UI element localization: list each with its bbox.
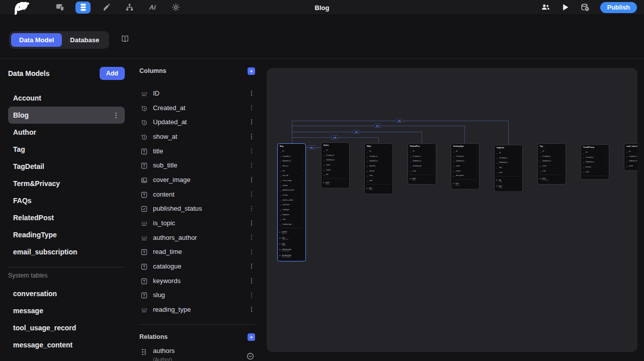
table-field-created-at: created_at <box>624 154 637 159</box>
item-menu-icon[interactable] <box>115 115 117 116</box>
column-row-reading-type[interactable]: 123reading_type <box>139 302 255 317</box>
database-status-icon[interactable] <box>578 2 593 14</box>
table-relation-ref: (Tag) <box>499 181 502 183</box>
table-card-divider <box>367 184 391 185</box>
datetime-type-icon <box>280 165 281 166</box>
workflow-icon[interactable] <box>122 2 137 14</box>
diagram-canvas[interactable]: 1:NN:11:N1:NN:1Blog123IDCreated_atUpdate… <box>267 68 637 352</box>
relation-arrow-icon <box>280 237 281 239</box>
column-menu-icon[interactable] <box>251 237 253 238</box>
column-menu-icon[interactable] <box>251 208 253 210</box>
ai-icon[interactable]: Ai <box>145 2 160 14</box>
column-row-created-at[interactable]: Created_at <box>139 101 255 115</box>
column-row-updated-at[interactable]: Updated_at <box>139 115 255 129</box>
add-column-icon[interactable]: + <box>248 67 255 75</box>
publish-button[interactable]: Publish <box>600 2 637 13</box>
sidebar-item-account[interactable]: Account <box>8 89 125 107</box>
table-field-is-topic: 123is_topic <box>278 193 305 198</box>
column-menu-icon[interactable] <box>251 107 253 109</box>
table-field-name: ID <box>542 150 544 152</box>
tab-data-model[interactable]: Data Model <box>11 33 62 47</box>
sidebar-item-author[interactable]: Author <box>8 124 125 141</box>
sidebar-item-faqs[interactable]: FAQs <box>8 192 125 209</box>
add-model-button[interactable]: Add <box>100 67 125 80</box>
system-table-message-content[interactable]: message_content <box>8 336 125 353</box>
column-menu-icon[interactable] <box>251 194 253 195</box>
column-row-sub-title[interactable]: sub_title <box>139 158 255 172</box>
table-field-name: avatar <box>326 169 331 171</box>
sidebar-item-relatedpost[interactable]: RelatedPost <box>8 209 125 226</box>
column-menu-icon[interactable] <box>251 179 253 180</box>
column-menu-icon[interactable] <box>251 150 253 152</box>
field-menu-icon <box>520 152 521 153</box>
table-card-email-subscription[interactable]: email_subscription123idcreated_atupdated… <box>624 143 637 226</box>
pages-icon[interactable] <box>52 2 67 14</box>
field-menu-icon <box>607 162 607 162</box>
column-menu-icon[interactable] <box>251 309 253 310</box>
table-field-email: email <box>624 163 637 168</box>
collaborators-icon[interactable] <box>538 2 553 14</box>
column-row-slug[interactable]: slug <box>139 288 255 303</box>
image-type-icon <box>324 169 325 170</box>
docs-book-icon[interactable] <box>121 35 129 44</box>
data-model-icon[interactable] <box>75 2 91 14</box>
system-table-conversation[interactable]: conversation <box>8 285 125 302</box>
table-field-updated-at: Updated_at <box>451 158 479 163</box>
column-row-id[interactable]: 123ID <box>139 86 255 101</box>
table-relation-post: post(Blog) <box>365 186 392 192</box>
column-menu-icon[interactable] <box>251 165 253 166</box>
sidebar-item-term-privacy[interactable]: Term&Privacy <box>8 175 125 192</box>
table-field-name: post <box>499 171 502 173</box>
sidebar-item-tag[interactable]: Tag <box>8 141 125 158</box>
sidebar-item-email-subscription[interactable]: email_subscription <box>8 243 125 260</box>
column-row-is-topic[interactable]: 123is_topic <box>139 216 255 230</box>
relation-name: authors <box>153 347 175 355</box>
add-relation-icon[interactable]: + <box>248 333 255 341</box>
system-table-tool-usage-record[interactable]: tool_usage_record <box>8 319 125 336</box>
preview-play-icon[interactable] <box>558 2 573 14</box>
column-menu-icon[interactable] <box>251 121 253 123</box>
column-menu-icon[interactable] <box>251 222 253 224</box>
column-row-keywords[interactable]: keywords <box>139 274 255 288</box>
table-relation-text: posts(Blog) <box>326 182 330 185</box>
field-menu-icon <box>347 174 348 175</box>
column-row-read-time[interactable]: read_time <box>139 245 255 259</box>
column-menu-icon[interactable] <box>251 265 253 267</box>
column-row-title[interactable]: title <box>139 144 255 158</box>
relation-row-authors[interactable]: authors(Author) <box>139 347 255 361</box>
table-field-id: 123ID <box>495 150 522 155</box>
table-field-name: related_post <box>413 165 421 167</box>
tab-database[interactable]: Database <box>62 33 107 47</box>
column-menu-icon[interactable] <box>251 136 253 137</box>
remove-relation-icon[interactable] <box>247 351 254 361</box>
table-field-name: color <box>542 170 546 172</box>
settings-gear-icon[interactable] <box>168 2 183 14</box>
table-field-name: Updated_at <box>542 160 550 162</box>
column-row-authors-author[interactable]: 123authors_author <box>139 230 255 245</box>
table-relation-text: faqs(FAQs) <box>282 243 286 246</box>
table-field-name: Created_at <box>369 155 377 157</box>
column-menu-icon[interactable] <box>251 280 253 282</box>
column-menu-icon[interactable] <box>251 295 253 296</box>
column-row-cover-image[interactable]: cover_image <box>139 172 255 187</box>
system-table-message[interactable]: message <box>8 302 125 319</box>
sidebar-item-tagdetail[interactable]: TagDetail <box>8 158 125 175</box>
column-row-published-status[interactable]: published_status <box>139 202 255 216</box>
sidebar-item-blog[interactable]: Blog <box>8 107 125 124</box>
relations-title: Relations <box>139 333 168 340</box>
column-menu-icon[interactable] <box>251 93 253 94</box>
table-relation-text: tags(TagDetail) <box>282 237 288 240</box>
sidebar-item-readingtype[interactable]: ReadingType <box>8 226 125 243</box>
field-menu-icon <box>520 162 521 163</box>
column-row-content[interactable]: content <box>139 187 255 202</box>
field-menu-icon <box>347 169 348 170</box>
app-logo-icon[interactable] <box>12 1 35 15</box>
column-menu-icon[interactable] <box>251 251 253 253</box>
relations-header: Relations + <box>139 332 255 342</box>
column-row-show-at[interactable]: show_at <box>139 129 255 144</box>
column-row-catalogue[interactable]: catalogue <box>139 259 255 274</box>
table-card-title: FAQs <box>365 144 392 149</box>
design-icon[interactable] <box>99 2 114 14</box>
table-field-created-at: Created_at <box>321 153 349 158</box>
table-field-bio: bio <box>321 172 349 177</box>
